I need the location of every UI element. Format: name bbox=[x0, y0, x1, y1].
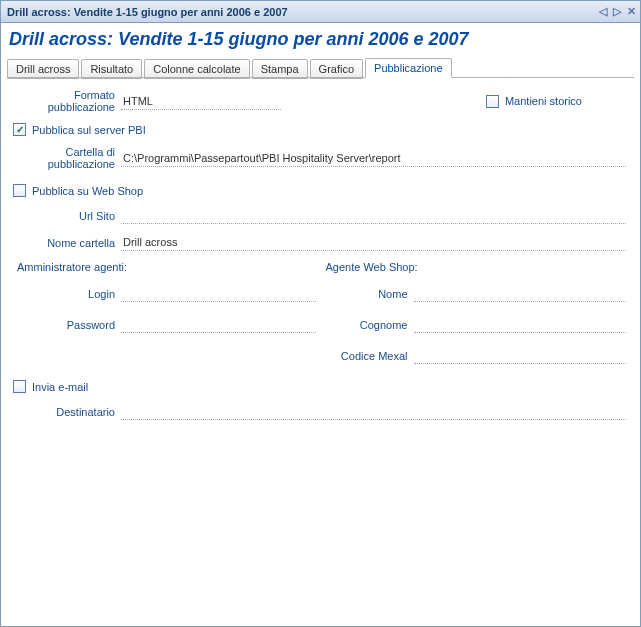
mantieni-storico-checkbox[interactable] bbox=[486, 95, 499, 108]
titlebar-controls: ◁ ▷ ✕ bbox=[599, 5, 636, 18]
tab-colonne-calcolate[interactable]: Colonne calcolate bbox=[144, 59, 249, 79]
row-cognome: Cognome bbox=[324, 316, 627, 333]
tab-stampa[interactable]: Stampa bbox=[252, 59, 308, 79]
password-label: Password bbox=[13, 319, 121, 331]
login-input[interactable] bbox=[121, 285, 316, 302]
row-password: Password bbox=[13, 316, 316, 333]
invia-email-group: Invia e-mail bbox=[13, 380, 626, 393]
row-destinatario: Destinatario bbox=[13, 403, 626, 420]
nome-input[interactable] bbox=[414, 285, 627, 302]
two-col-headers: Amministratore agenti: Agente Web Shop: bbox=[13, 261, 626, 279]
pubblica-pbi-checkbox[interactable] bbox=[13, 123, 26, 136]
close-icon[interactable]: ✕ bbox=[627, 5, 636, 18]
window-title: Drill across: Vendite 1-15 giugno per an… bbox=[7, 6, 599, 18]
cartella-pub-input[interactable] bbox=[121, 150, 626, 167]
tab-drill-across[interactable]: Drill across bbox=[7, 59, 79, 79]
row-codice-mexal: Codice Mexal bbox=[324, 347, 627, 364]
left-empty bbox=[13, 347, 316, 372]
codice-mexal-input[interactable] bbox=[414, 347, 627, 364]
pubblica-ws-label: Pubblica su Web Shop bbox=[32, 185, 143, 197]
cartella-pub-label: Cartella di pubblicazione bbox=[13, 146, 121, 170]
destinatario-label: Destinatario bbox=[13, 406, 121, 418]
row-nome-cartella: Nome cartella bbox=[13, 234, 626, 251]
url-sito-input[interactable] bbox=[121, 207, 626, 224]
tab-pubblicazione[interactable]: Pubblicazione bbox=[365, 58, 452, 78]
codice-mexal-label: Codice Mexal bbox=[324, 350, 414, 362]
row-login: Login bbox=[13, 285, 316, 302]
password-input[interactable] bbox=[121, 316, 316, 333]
row-url-sito: Url Sito bbox=[13, 207, 626, 224]
tabstrip: Drill across Risultato Colonne calcolate… bbox=[1, 58, 640, 78]
page-title: Drill across: Vendite 1-15 giugno per an… bbox=[1, 23, 640, 59]
mantieni-storico-label: Mantieni storico bbox=[505, 95, 582, 107]
two-col-row1: Login Nome bbox=[13, 285, 626, 310]
row-nome: Nome bbox=[324, 285, 627, 302]
formato-label: Formato pubblicazione bbox=[13, 89, 121, 113]
nome-label: Nome bbox=[324, 288, 414, 300]
nome-cartella-input[interactable] bbox=[121, 234, 626, 251]
cognome-label: Cognome bbox=[324, 319, 414, 331]
tab-grafico[interactable]: Grafico bbox=[310, 59, 363, 79]
pubblica-pbi-group: Pubblica sul server PBI bbox=[13, 123, 626, 136]
destinatario-input[interactable] bbox=[121, 403, 626, 420]
admin-agenti-header: Amministratore agenti: bbox=[13, 261, 318, 273]
cognome-input[interactable] bbox=[414, 316, 627, 333]
tab-underline bbox=[7, 77, 634, 78]
pubblica-pbi-label: Pubblica sul server PBI bbox=[32, 124, 146, 136]
nome-cartella-label: Nome cartella bbox=[13, 237, 121, 249]
two-col-row3: Codice Mexal bbox=[13, 347, 626, 372]
mantieni-storico-group: Mantieni storico bbox=[486, 95, 582, 108]
invia-email-label: Invia e-mail bbox=[32, 381, 88, 393]
form-area: Formato pubblicazione Mantieni storico P… bbox=[1, 79, 640, 626]
window-frame: Drill across: Vendite 1-15 giugno per an… bbox=[0, 0, 641, 627]
url-sito-label: Url Sito bbox=[13, 210, 121, 222]
formato-input[interactable] bbox=[121, 93, 281, 110]
pubblica-ws-group: Pubblica su Web Shop bbox=[13, 184, 626, 197]
row-formato: Formato pubblicazione Mantieni storico bbox=[13, 89, 626, 113]
tab-risultato[interactable]: Risultato bbox=[81, 59, 142, 79]
two-col-row2: Password Cognome bbox=[13, 316, 626, 341]
titlebar: Drill across: Vendite 1-15 giugno per an… bbox=[1, 1, 640, 23]
pubblica-ws-checkbox[interactable] bbox=[13, 184, 26, 197]
row-cartella-pub: Cartella di pubblicazione bbox=[13, 146, 626, 170]
login-label: Login bbox=[13, 288, 121, 300]
next-icon[interactable]: ▷ bbox=[613, 5, 621, 18]
agente-ws-header: Agente Web Shop: bbox=[326, 261, 627, 273]
invia-email-checkbox[interactable] bbox=[13, 380, 26, 393]
prev-icon[interactable]: ◁ bbox=[599, 5, 607, 18]
